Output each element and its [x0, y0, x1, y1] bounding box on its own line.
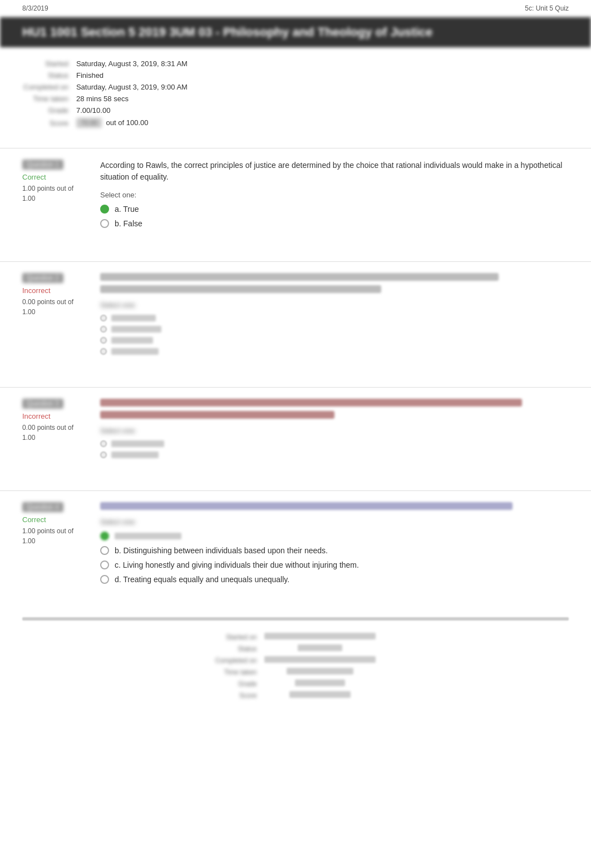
answer-2d-label [111, 348, 159, 355]
answer-3b-label [111, 452, 159, 458]
question-4-text-blurred [100, 502, 569, 510]
radio-3b [100, 452, 107, 458]
radio-3a [100, 440, 107, 447]
question-1-text: According to Rawls, the correct principl… [100, 160, 569, 183]
radio-1b [100, 219, 109, 228]
question-2-status: Incorrect [22, 286, 89, 295]
question-2-sidebar: Question 2 Incorrect 0.00 points out of1… [22, 273, 100, 359]
question-2-text-blurred [100, 273, 569, 293]
answer-4c-label: c. Living honestly and giving individual… [115, 561, 359, 569]
question-2-main: Select one: [100, 273, 569, 359]
question-1-number: Question 1 [22, 160, 63, 170]
started-value: Saturday, August 3, 2019, 8:31 AM [76, 59, 188, 70]
score-suffix: out of 100.00 [106, 118, 149, 127]
answer-2b-label [111, 326, 161, 333]
time-value: 28 mins 58 secs [76, 95, 188, 105]
radio-2a [100, 315, 107, 321]
question-4-sidebar: Question 4 Correct 1.00 points out of1.0… [22, 502, 100, 589]
question-2-select-label: Select one: [100, 301, 569, 309]
quiz-info-table: Started Saturday, August 3, 2019, 8:31 A… [22, 58, 189, 131]
question-2-number: Question 2 [22, 273, 63, 283]
status-label: Status [23, 71, 75, 82]
radio-1a [100, 205, 109, 214]
question-3-status: Incorrect [22, 412, 89, 420]
status-value: Finished [76, 71, 188, 82]
radio-4b [100, 546, 109, 555]
question-1-main: According to Rawls, the correct principl… [100, 160, 569, 234]
question-4-status: Correct [22, 515, 89, 524]
bottom-completed-value [264, 656, 376, 667]
grade-label: Grade [23, 106, 75, 117]
question-3-text-blurred [100, 399, 569, 419]
answer-3b [100, 452, 569, 458]
answer-2b [100, 326, 569, 333]
answer-3a [100, 440, 569, 447]
radio-4c [100, 561, 109, 569]
bottom-score-label: Score [215, 691, 264, 702]
question-4-block: Question 4 Correct 1.00 points out of1.0… [0, 490, 591, 601]
answer-4b: b. Distinguishing between individuals ba… [100, 546, 569, 555]
section-divider [22, 617, 569, 621]
bottom-score-value [264, 691, 376, 702]
question-3-main: Select one: [100, 399, 569, 463]
bottom-grade-value [264, 679, 376, 690]
top-bar: 8/3/2019 5c: Unit 5 Quiz [0, 0, 591, 17]
bottom-started-value [264, 633, 376, 643]
bottom-started-label: Started on [215, 633, 264, 643]
question-1-sidebar: Question 1 Correct 1.00 points out of1.0… [22, 160, 100, 234]
bottom-grade-label: Grade [215, 679, 264, 690]
answer-2c [100, 337, 569, 344]
time-label: Time taken [23, 95, 75, 105]
score-cell: 70.00 out of 100.00 [76, 118, 188, 130]
question-4-points: 1.00 points out of1.00 [22, 526, 89, 546]
radio-2d [100, 348, 107, 355]
completed-value: Saturday, August 3, 2019, 9:00 AM [76, 83, 188, 93]
question-3-select-label: Select one: [100, 426, 569, 435]
answer-2a-label [111, 315, 156, 321]
question-3-block: Question 3 Incorrect 0.00 points out of1… [0, 387, 591, 474]
answer-4a-label [115, 533, 181, 539]
question-4-select-label: Select one: [100, 518, 569, 526]
radio-2c [100, 337, 107, 344]
question-3-sidebar: Question 3 Incorrect 0.00 points out of1… [22, 399, 100, 463]
bottom-status-label: Status [215, 644, 264, 655]
question-1-status: Correct [22, 173, 89, 181]
question-1-select-label: Select one: [100, 191, 569, 199]
answer-4c: c. Living honestly and giving individual… [100, 561, 569, 569]
answer-4d-label: d. Treating equals equally and unequals … [115, 575, 289, 584]
question-1-points: 1.00 points out of1.00 [22, 183, 89, 204]
question-4-number: Question 4 [22, 502, 63, 512]
question-1-block: Question 1 Correct 1.00 points out of1.0… [0, 148, 591, 245]
bottom-completed-label: Completed on [215, 656, 264, 667]
answer-1a: a. True [100, 205, 569, 214]
radio-4a [100, 532, 109, 540]
answer-4b-label: b. Distinguishing between individuals ba… [115, 546, 328, 555]
completed-label: Completed on [23, 83, 75, 93]
answer-1b-label: b. False [115, 219, 142, 228]
date-label: 8/3/2019 [22, 4, 48, 12]
question-3-number: Question 3 [22, 399, 63, 409]
question-4-main: Select one: b. Distinguishing between in… [100, 502, 569, 589]
answer-1a-label: a. True [115, 205, 139, 214]
bottom-time-label: Time taken [215, 668, 264, 678]
quiz-label: 5c: Unit 5 Quiz [525, 4, 569, 12]
answer-2c-label [111, 337, 153, 344]
page-title: HU1 1001 Section 5 2019 3UM 03 - Philoso… [0, 17, 591, 47]
radio-2b [100, 326, 107, 333]
bottom-time-value [264, 668, 376, 678]
question-3-points: 0.00 points out of1.00 [22, 423, 89, 443]
question-2-block: Question 2 Incorrect 0.00 points out of1… [0, 261, 591, 370]
started-label: Started [23, 59, 75, 70]
question-2-points: 0.00 points out of1.00 [22, 297, 89, 317]
answer-4d: d. Treating equals equally and unequals … [100, 575, 569, 584]
answer-1b: b. False [100, 219, 569, 228]
radio-4d [100, 575, 109, 584]
bottom-status-value [264, 644, 376, 655]
answer-2a [100, 315, 569, 321]
score-badge: 70.00 [76, 118, 102, 128]
answer-2d [100, 348, 569, 355]
grade-value: 7.00/10.00 [76, 106, 188, 117]
answer-3a-label [111, 440, 164, 447]
score-label: Score [23, 118, 75, 130]
bottom-info-table: Started on Status Completed on Time take… [214, 632, 377, 703]
